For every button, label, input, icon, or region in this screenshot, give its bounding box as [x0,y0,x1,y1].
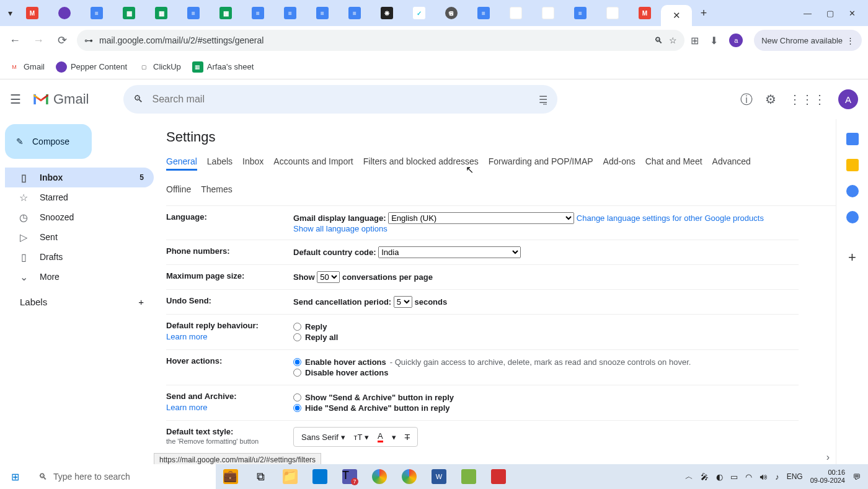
tray-battery-icon[interactable]: ▭ [730,472,738,482]
remove-formatting-icon[interactable]: T̶ [405,433,410,442]
sidebar-item-starred[interactable]: ☆Starred [5,187,154,207]
show-archive-radio[interactable] [293,393,301,402]
bookmark-item[interactable]: ▢ClickUp [138,61,181,73]
tab-favicon[interactable]: ≡ [477,7,490,19]
tab-favicon[interactable]: ❋ [381,7,393,19]
settings-gear-icon[interactable]: ⚙ [765,92,776,107]
tray-wifi-icon[interactable]: ◠ [745,472,752,482]
sidebar-item-snoozed[interactable]: ◷Snoozed [5,207,154,227]
forward-button[interactable]: → [30,32,47,49]
search-mail-box[interactable]: 🔍︎ ☰̤ [123,85,557,114]
start-button[interactable]: ⊞ [0,464,30,489]
settings-body[interactable]: Language: Gmail display language: Englis… [166,205,836,454]
tab-favicon[interactable]: ◆ [510,7,522,19]
new-tab-button[interactable]: + [696,7,712,20]
tray-weather-icon[interactable]: ◐ [716,472,723,482]
chevron-right-icon[interactable]: › [826,452,830,463]
window-minimize[interactable]: — [804,9,812,18]
window-close[interactable]: ✕ [849,9,856,18]
tray-chevron-icon[interactable]: ︿ [685,471,693,482]
search-options-icon[interactable]: ☰̤ [539,94,547,105]
compose-button[interactable]: ✎ Compose [5,124,92,159]
tab-accounts[interactable]: Accounts and Import [273,154,353,171]
tab-favicon[interactable]: ≡ [284,7,296,19]
address-bar[interactable]: ⊶ mail.google.com/mail/u/2/#settings/gen… [77,30,684,51]
sidebar-item-inbox[interactable]: ▯Inbox5 [5,168,154,187]
apps-grid-icon[interactable]: ⋮⋮⋮ [789,92,826,107]
tb-teams[interactable]: T7 [335,464,365,489]
tb-chrome[interactable] [365,464,394,489]
show-all-languages-link[interactable]: Show all language options [293,224,388,233]
calendar-icon[interactable] [846,133,859,145]
contacts-icon[interactable] [846,211,859,223]
extensions-icon[interactable]: ⊞ [691,35,699,47]
tab-advanced[interactable]: Advanced [712,154,751,171]
tab-favicon[interactable]: ≡ [91,7,103,19]
learn-more-link[interactable]: Learn more [166,403,293,412]
tray-notifications-icon[interactable]: 💬︎ [852,472,861,482]
tab-themes[interactable]: Themes [201,182,232,197]
profile-avatar[interactable]: a [729,34,743,47]
tray-clock[interactable]: 00:16 09-09-2024 [810,469,845,485]
tab-favicon[interactable]: ✓ [413,7,425,19]
bookmark-item[interactable]: Pepper Content [56,61,127,73]
tab-favicon[interactable] [58,7,71,19]
country-code-select[interactable]: India [378,246,521,258]
tab-general[interactable]: General [166,154,197,171]
hover-enable-radio[interactable] [293,358,301,366]
tab-favicon[interactable]: ◆ [606,7,619,19]
tab-favicon[interactable]: ▦ [123,7,135,19]
text-color-icon[interactable]: A [378,431,383,442]
pagesize-select[interactable]: 50 [317,271,340,283]
keep-icon[interactable] [846,159,859,171]
tb-chrome2[interactable] [394,464,424,489]
hide-archive-radio[interactable] [293,404,301,412]
tab-favicon[interactable]: M [639,7,651,19]
tab-labels[interactable]: Labels [207,154,232,171]
change-language-link[interactable]: Change language settings for other Googl… [577,213,764,223]
tab-favicon[interactable]: ֎ [445,7,458,19]
tab-favicon[interactable]: ≡ [574,7,587,19]
reply-all-radio[interactable] [293,333,301,341]
main-menu-icon[interactable]: ☰ [10,92,25,107]
tb-app3[interactable] [484,464,513,489]
back-button[interactable]: ← [6,32,24,49]
downloads-icon[interactable]: ⬇ [710,35,718,47]
learn-more-link[interactable]: Learn more [166,332,293,341]
active-tab[interactable]: ✕ [661,5,692,26]
taskbar-search[interactable]: 🔍︎Type here to search [30,464,216,489]
add-label-icon[interactable]: + [138,297,144,307]
tab-favicon[interactable]: M [26,7,38,19]
window-maximize[interactable]: ▢ [826,9,834,18]
tab-chat[interactable]: Chat and Meet [645,154,702,171]
tray-volume-icon[interactable]: 🔊︎ [760,472,768,482]
tab-inbox[interactable]: Inbox [242,154,264,171]
tb-app2[interactable] [454,464,484,489]
sidebar-item-sent[interactable]: ▷Sent [5,227,154,247]
sidebar-item-more[interactable]: ⌄More [5,267,154,287]
search-input[interactable] [152,94,530,105]
search-in-page-icon[interactable]: 🔍︎ [654,35,663,45]
hover-disable-radio[interactable] [293,369,301,377]
tb-outlook[interactable] [305,464,335,489]
tab-addons[interactable]: Add-ons [603,154,636,171]
tray-lang[interactable]: ENG [787,472,803,481]
tabs-dropdown-icon[interactable]: ▾ [4,8,16,18]
tasks-icon[interactable] [846,185,859,197]
reload-button[interactable]: ⟳ [53,32,71,49]
bookmark-item[interactable]: MGmail [9,61,45,73]
tray-sync-icon[interactable]: ♪ [775,472,779,482]
account-avatar[interactable]: A [838,89,858,109]
font-size-icon[interactable]: тT ▾ [354,433,369,442]
tab-favicon[interactable]: ≡ [187,7,200,19]
gmail-logo[interactable]: Gmail [32,91,89,107]
tab-favicon[interactable]: ▦ [219,7,232,19]
chrome-update-chip[interactable]: New Chrome available ⋮ [754,30,862,51]
site-info-icon[interactable]: ⊶ [84,35,93,45]
tab-favicon[interactable]: ≡ [252,7,264,19]
tb-word[interactable]: W [424,464,454,489]
tb-taskview[interactable]: ⧉ [246,464,275,489]
sidebar-item-drafts[interactable]: ▯Drafts [5,247,154,267]
tab-filters[interactable]: Filters and blocked addresses [363,154,479,171]
tab-favicon[interactable]: ≡ [348,7,361,19]
